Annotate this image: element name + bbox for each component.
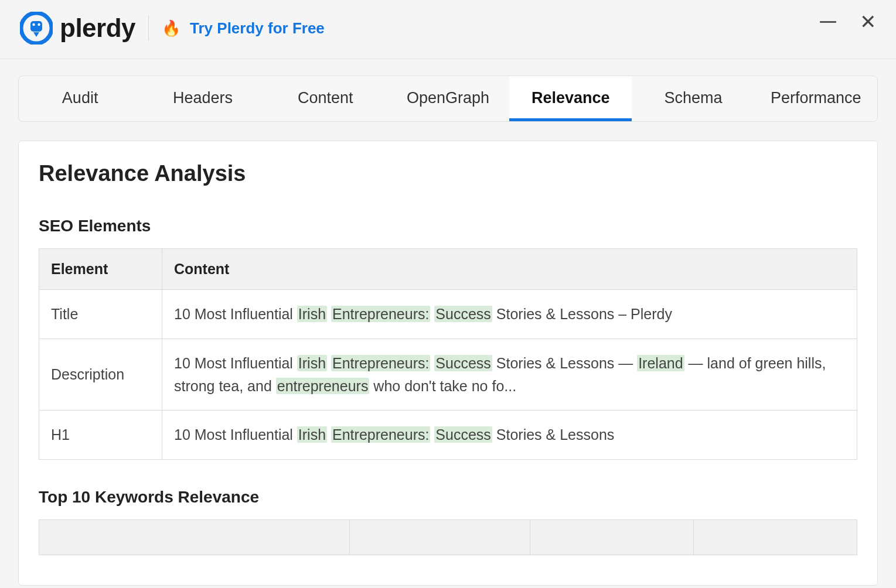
seo-element-name: Description bbox=[39, 339, 162, 411]
svg-rect-1 bbox=[30, 21, 42, 32]
seo-elements-heading: SEO Elements bbox=[39, 217, 857, 235]
text-segment bbox=[327, 426, 331, 443]
highlighted-keyword: Success bbox=[434, 355, 492, 371]
kw-col-1 bbox=[39, 520, 350, 555]
kw-col-3 bbox=[530, 520, 693, 555]
tab-relevance[interactable]: Relevance bbox=[509, 76, 632, 121]
page-title: Relevance Analysis bbox=[39, 161, 857, 186]
tab-bar: AuditHeadersContentOpenGraphRelevanceSch… bbox=[18, 76, 878, 122]
divider bbox=[148, 15, 149, 41]
seo-element-name: Title bbox=[39, 290, 162, 339]
text-segment: 10 Most Influential bbox=[174, 426, 297, 443]
tab-performance[interactable]: Performance bbox=[755, 76, 877, 121]
highlighted-keyword: Entrepreneurs: bbox=[331, 355, 430, 371]
seo-element-content: 10 Most Influential Irish Entrepreneurs:… bbox=[162, 411, 857, 460]
seo-col-content: Content bbox=[162, 249, 857, 290]
brand-logo: plerdy bbox=[20, 12, 135, 45]
highlighted-keyword: Entrepreneurs: bbox=[331, 426, 430, 443]
brand-name: plerdy bbox=[60, 13, 135, 43]
tab-opengraph[interactable]: OpenGraph bbox=[387, 76, 509, 121]
keywords-table bbox=[39, 519, 857, 555]
table-row: Title10 Most Influential Irish Entrepren… bbox=[39, 290, 857, 339]
seo-col-element: Element bbox=[39, 249, 162, 290]
tab-audit[interactable]: Audit bbox=[19, 76, 141, 121]
window-controls: ✕ bbox=[820, 12, 876, 32]
text-segment: 10 Most Influential bbox=[174, 306, 297, 322]
tab-label: Schema bbox=[665, 89, 723, 107]
keywords-heading: Top 10 Keywords Relevance bbox=[39, 488, 857, 507]
try-free-link[interactable]: Try Plerdy for Free bbox=[190, 19, 325, 37]
text-segment bbox=[327, 355, 331, 371]
seo-element-content: 10 Most Influential Irish Entrepreneurs:… bbox=[162, 339, 857, 411]
main-panel[interactable]: Relevance Analysis SEO Elements Element … bbox=[18, 141, 878, 586]
table-row: Description10 Most Influential Irish Ent… bbox=[39, 339, 857, 411]
text-segment: Stories & Lessons — bbox=[492, 355, 637, 371]
text-segment bbox=[327, 306, 331, 322]
seo-element-name: H1 bbox=[39, 411, 162, 460]
tab-label: Content bbox=[298, 89, 353, 107]
svg-point-3 bbox=[38, 23, 40, 26]
fire-icon: 🔥 bbox=[162, 20, 180, 36]
tab-label: Headers bbox=[173, 89, 233, 107]
highlighted-keyword: Irish bbox=[297, 306, 327, 322]
highlighted-keyword: Success bbox=[434, 426, 492, 443]
highlighted-keyword: entrepreneurs bbox=[276, 378, 370, 394]
topbar: plerdy 🔥 Try Plerdy for Free ✕ bbox=[0, 0, 896, 59]
spacer bbox=[39, 555, 857, 586]
table-row: H110 Most Influential Irish Entrepreneur… bbox=[39, 411, 857, 460]
tab-schema[interactable]: Schema bbox=[632, 76, 754, 121]
highlighted-keyword: Irish bbox=[297, 426, 327, 443]
plerdy-logo-icon bbox=[20, 12, 53, 45]
highlighted-keyword: Success bbox=[434, 306, 492, 322]
tab-label: Performance bbox=[771, 89, 861, 107]
minimize-button[interactable] bbox=[820, 21, 836, 23]
text-segment: 10 Most Influential bbox=[174, 355, 297, 371]
highlighted-keyword: Ireland bbox=[637, 355, 684, 371]
tab-content[interactable]: Content bbox=[264, 76, 387, 121]
tab-label: OpenGraph bbox=[407, 89, 489, 107]
tab-headers[interactable]: Headers bbox=[141, 76, 264, 121]
kw-col-2 bbox=[350, 520, 530, 555]
tab-label: Audit bbox=[62, 89, 98, 107]
text-segment: Stories & Lessons – Plerdy bbox=[492, 306, 672, 322]
svg-point-2 bbox=[32, 23, 35, 26]
highlighted-keyword: Irish bbox=[297, 355, 327, 371]
tab-label: Relevance bbox=[532, 89, 610, 107]
text-segment: who don't take no fo... bbox=[369, 378, 516, 394]
text-segment: Stories & Lessons bbox=[492, 426, 614, 443]
kw-col-4 bbox=[693, 520, 857, 555]
seo-elements-table: Element Content Title10 Most Influential… bbox=[39, 248, 857, 460]
highlighted-keyword: Entrepreneurs: bbox=[331, 306, 430, 322]
close-button[interactable]: ✕ bbox=[860, 12, 876, 32]
seo-element-content: 10 Most Influential Irish Entrepreneurs:… bbox=[162, 290, 857, 339]
